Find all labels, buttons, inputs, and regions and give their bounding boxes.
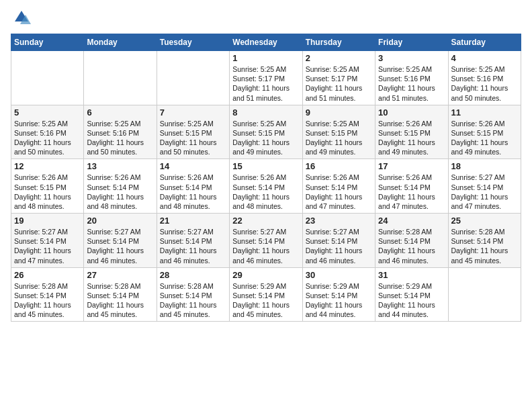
day-number: 24 — [378, 216, 445, 226]
day-number: 27 — [87, 270, 153, 280]
day-cell: 5Sunrise: 5:25 AMSunset: 5:16 PMDaylight… — [11, 105, 84, 159]
day-cell: 27Sunrise: 5:28 AMSunset: 5:14 PMDayligh… — [84, 267, 157, 322]
day-cell — [11, 51, 84, 105]
day-info: Sunrise: 5:27 AMSunset: 5:14 PMDaylight:… — [14, 227, 81, 265]
week-row-1: 1Sunrise: 5:25 AMSunset: 5:17 PMDaylight… — [11, 51, 521, 105]
day-number: 22 — [232, 216, 299, 226]
day-cell: 4Sunrise: 5:25 AMSunset: 5:16 PMDaylight… — [448, 51, 521, 105]
day-number: 30 — [306, 270, 372, 280]
day-cell: 21Sunrise: 5:27 AMSunset: 5:14 PMDayligh… — [157, 214, 229, 268]
day-info: Sunrise: 5:26 AMSunset: 5:15 PMDaylight:… — [378, 119, 445, 157]
day-cell — [157, 51, 229, 105]
week-row-5: 26Sunrise: 5:28 AMSunset: 5:14 PMDayligh… — [11, 267, 521, 322]
day-cell: 6Sunrise: 5:25 AMSunset: 5:16 PMDaylight… — [84, 105, 157, 159]
day-number: 18 — [451, 161, 518, 171]
day-number: 19 — [14, 216, 81, 226]
header — [11, 11, 521, 27]
calendar-table: SundayMondayTuesdayWednesdayThursdayFrid… — [11, 34, 521, 322]
day-info: Sunrise: 5:25 AMSunset: 5:15 PMDaylight:… — [306, 119, 372, 157]
day-cell: 29Sunrise: 5:29 AMSunset: 5:14 PMDayligh… — [230, 267, 302, 322]
day-info: Sunrise: 5:26 AMSunset: 5:14 PMDaylight:… — [232, 173, 299, 211]
day-number: 4 — [451, 53, 518, 63]
day-number: 14 — [160, 161, 226, 171]
day-cell: 7Sunrise: 5:25 AMSunset: 5:15 PMDaylight… — [157, 105, 229, 159]
day-info: Sunrise: 5:28 AMSunset: 5:14 PMDaylight:… — [87, 281, 153, 320]
day-info: Sunrise: 5:27 AMSunset: 5:14 PMDaylight:… — [306, 227, 372, 265]
day-number: 1 — [232, 53, 299, 63]
day-number: 25 — [451, 216, 518, 226]
day-cell: 22Sunrise: 5:27 AMSunset: 5:14 PMDayligh… — [230, 214, 302, 268]
weekday-header-sunday: Sunday — [11, 34, 84, 51]
day-cell: 10Sunrise: 5:26 AMSunset: 5:15 PMDayligh… — [375, 105, 448, 159]
day-info: Sunrise: 5:28 AMSunset: 5:14 PMDaylight:… — [14, 281, 81, 320]
day-info: Sunrise: 5:27 AMSunset: 5:14 PMDaylight:… — [160, 227, 226, 265]
day-info: Sunrise: 5:25 AMSunset: 5:17 PMDaylight:… — [232, 64, 299, 103]
day-info: Sunrise: 5:25 AMSunset: 5:16 PMDaylight:… — [378, 64, 445, 103]
logo-icon — [12, 8, 31, 27]
weekday-header-friday: Friday — [375, 34, 448, 51]
day-number: 13 — [87, 161, 153, 171]
day-info: Sunrise: 5:26 AMSunset: 5:14 PMDaylight:… — [87, 173, 153, 211]
day-cell: 31Sunrise: 5:29 AMSunset: 5:14 PMDayligh… — [375, 267, 448, 322]
day-cell: 18Sunrise: 5:27 AMSunset: 5:14 PMDayligh… — [448, 159, 521, 214]
day-number: 11 — [451, 107, 518, 118]
week-row-2: 5Sunrise: 5:25 AMSunset: 5:16 PMDaylight… — [11, 105, 521, 159]
day-number: 31 — [378, 270, 445, 280]
day-cell: 28Sunrise: 5:28 AMSunset: 5:14 PMDayligh… — [157, 267, 229, 322]
day-number: 7 — [160, 107, 226, 118]
day-cell: 19Sunrise: 5:27 AMSunset: 5:14 PMDayligh… — [11, 214, 84, 268]
day-cell: 30Sunrise: 5:29 AMSunset: 5:14 PMDayligh… — [302, 267, 375, 322]
day-cell: 16Sunrise: 5:26 AMSunset: 5:14 PMDayligh… — [302, 159, 375, 214]
day-info: Sunrise: 5:25 AMSunset: 5:17 PMDaylight:… — [306, 64, 372, 103]
day-info: Sunrise: 5:25 AMSunset: 5:15 PMDaylight:… — [160, 119, 226, 157]
day-number: 29 — [232, 270, 299, 280]
day-number: 6 — [87, 107, 153, 118]
day-cell: 14Sunrise: 5:26 AMSunset: 5:14 PMDayligh… — [157, 159, 229, 214]
day-cell: 12Sunrise: 5:26 AMSunset: 5:15 PMDayligh… — [11, 159, 84, 214]
day-cell: 23Sunrise: 5:27 AMSunset: 5:14 PMDayligh… — [302, 214, 375, 268]
weekday-header-thursday: Thursday — [302, 34, 375, 51]
day-info: Sunrise: 5:25 AMSunset: 5:16 PMDaylight:… — [87, 119, 153, 157]
day-cell: 15Sunrise: 5:26 AMSunset: 5:14 PMDayligh… — [230, 159, 302, 214]
weekday-header-saturday: Saturday — [448, 34, 521, 51]
day-info: Sunrise: 5:28 AMSunset: 5:14 PMDaylight:… — [378, 227, 445, 265]
day-cell: 1Sunrise: 5:25 AMSunset: 5:17 PMDaylight… — [230, 51, 302, 105]
day-cell — [448, 267, 521, 322]
day-cell: 8Sunrise: 5:25 AMSunset: 5:15 PMDaylight… — [230, 105, 302, 159]
day-info: Sunrise: 5:26 AMSunset: 5:15 PMDaylight:… — [14, 173, 81, 211]
weekday-header-monday: Monday — [84, 34, 157, 51]
day-info: Sunrise: 5:26 AMSunset: 5:14 PMDaylight:… — [306, 173, 372, 211]
day-number: 21 — [160, 216, 226, 226]
day-number: 8 — [232, 107, 299, 118]
day-number: 17 — [378, 161, 445, 171]
day-number: 16 — [306, 161, 372, 171]
logo — [11, 11, 31, 27]
day-number: 15 — [232, 161, 299, 171]
day-info: Sunrise: 5:26 AMSunset: 5:15 PMDaylight:… — [451, 119, 518, 157]
day-cell: 13Sunrise: 5:26 AMSunset: 5:14 PMDayligh… — [84, 159, 157, 214]
week-row-3: 12Sunrise: 5:26 AMSunset: 5:15 PMDayligh… — [11, 159, 521, 214]
weekday-header-row: SundayMondayTuesdayWednesdayThursdayFrid… — [11, 34, 521, 51]
day-info: Sunrise: 5:25 AMSunset: 5:16 PMDaylight:… — [451, 64, 518, 103]
day-number: 9 — [306, 107, 372, 118]
day-info: Sunrise: 5:26 AMSunset: 5:14 PMDaylight:… — [160, 173, 226, 211]
day-cell: 20Sunrise: 5:27 AMSunset: 5:14 PMDayligh… — [84, 214, 157, 268]
day-info: Sunrise: 5:29 AMSunset: 5:14 PMDaylight:… — [378, 281, 445, 320]
day-info: Sunrise: 5:26 AMSunset: 5:14 PMDaylight:… — [378, 173, 445, 211]
day-number: 10 — [378, 107, 445, 118]
day-number: 12 — [14, 161, 81, 171]
calendar-container: SundayMondayTuesdayWednesdayThursdayFrid… — [0, 0, 532, 328]
day-number: 23 — [306, 216, 372, 226]
day-info: Sunrise: 5:25 AMSunset: 5:15 PMDaylight:… — [232, 119, 299, 157]
day-number: 3 — [378, 53, 445, 63]
day-info: Sunrise: 5:28 AMSunset: 5:14 PMDaylight:… — [160, 281, 226, 320]
day-info: Sunrise: 5:28 AMSunset: 5:14 PMDaylight:… — [451, 227, 518, 265]
day-number: 26 — [14, 270, 81, 280]
day-info: Sunrise: 5:29 AMSunset: 5:14 PMDaylight:… — [306, 281, 372, 320]
day-cell: 17Sunrise: 5:26 AMSunset: 5:14 PMDayligh… — [375, 159, 448, 214]
day-cell: 25Sunrise: 5:28 AMSunset: 5:14 PMDayligh… — [448, 214, 521, 268]
day-number: 20 — [87, 216, 153, 226]
day-info: Sunrise: 5:25 AMSunset: 5:16 PMDaylight:… — [14, 119, 81, 157]
day-cell: 3Sunrise: 5:25 AMSunset: 5:16 PMDaylight… — [375, 51, 448, 105]
day-cell: 9Sunrise: 5:25 AMSunset: 5:15 PMDaylight… — [302, 105, 375, 159]
